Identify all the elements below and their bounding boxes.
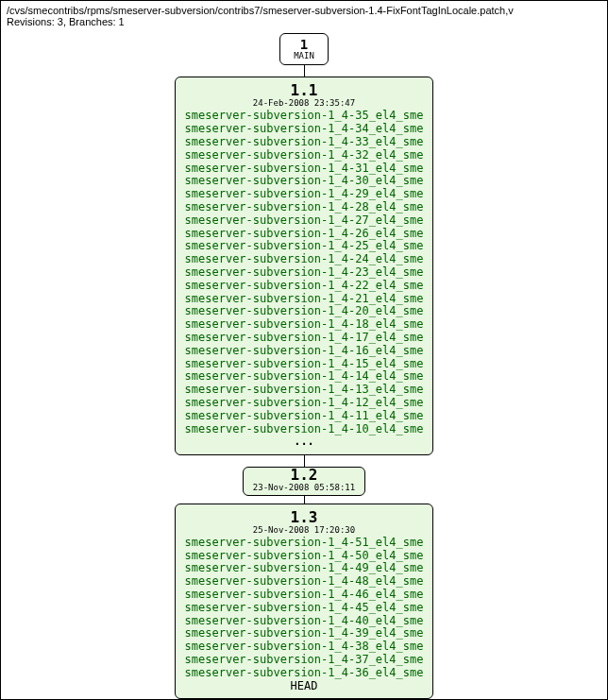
- revision-graph: 1 MAIN 1.1 24-Feb-2008 23:35:47 smeserve…: [1, 29, 607, 699]
- tag-line: smeserver-subversion-1_4-21_el4_sme: [185, 293, 424, 306]
- tag-line: smeserver-subversion-1_4-22_el4_sme: [185, 280, 424, 293]
- connector: [304, 496, 305, 504]
- tag-line: smeserver-subversion-1_4-16_el4_sme: [185, 345, 424, 358]
- tag-line: smeserver-subversion-1_4-15_el4_sme: [185, 358, 424, 371]
- revision-box-1.2[interactable]: 1.2 23-Nov-2008 05:58:11: [243, 467, 365, 495]
- tag-line: smeserver-subversion-1_4-29_el4_sme: [185, 188, 424, 201]
- tag-line: smeserver-subversion-1_4-35_el4_sme: [185, 110, 424, 123]
- tag-line: smeserver-subversion-1_4-12_el4_sme: [185, 397, 424, 410]
- tag-line: smeserver-subversion-1_4-23_el4_sme: [185, 266, 424, 280]
- tag-line: smeserver-subversion-1_4-46_el4_sme: [185, 589, 424, 602]
- tag-line: smeserver-subversion-1_4-10_el4_sme: [185, 423, 424, 436]
- tag-line: smeserver-subversion-1_4-40_el4_sme: [185, 615, 424, 628]
- revisions-summary: Revisions: 3, Branches: 1: [7, 16, 601, 27]
- tag-line: smeserver-subversion-1_4-39_el4_sme: [185, 627, 424, 640]
- repository-path: /cvs/smecontribs/rpms/smeserver-subversi…: [7, 5, 601, 16]
- revision-number: 1.1: [185, 83, 424, 98]
- branch-box-main[interactable]: 1 MAIN: [279, 33, 329, 65]
- page: /cvs/smecontribs/rpms/smeserver-subversi…: [0, 0, 608, 700]
- tag-line: smeserver-subversion-1_4-31_el4_sme: [185, 162, 424, 176]
- tag-line: smeserver-subversion-1_4-20_el4_sme: [185, 305, 424, 318]
- tag-line: smeserver-subversion-1_4-28_el4_sme: [185, 201, 424, 214]
- revision-number: 1.3: [185, 510, 424, 525]
- tag-line: smeserver-subversion-1_4-32_el4_sme: [185, 149, 424, 162]
- tag-line: smeserver-subversion-1_4-50_el4_sme: [185, 550, 424, 563]
- header: /cvs/smecontribs/rpms/smeserver-subversi…: [1, 1, 607, 29]
- tag-line: smeserver-subversion-1_4-49_el4_sme: [185, 562, 424, 575]
- revision-date: 25-Nov-2008 17:20:30: [185, 525, 424, 535]
- revision-date: 24-Feb-2008 23:35:47: [185, 98, 424, 108]
- revision-box-1.3[interactable]: 1.3 25-Nov-2008 17:20:30 smeserver-subve…: [175, 504, 434, 700]
- ellipsis: ...: [185, 435, 424, 449]
- tag-line: smeserver-subversion-1_4-14_el4_sme: [185, 370, 424, 384]
- tag-line: smeserver-subversion-1_4-24_el4_sme: [185, 253, 424, 266]
- tag-line: smeserver-subversion-1_4-30_el4_sme: [185, 175, 424, 188]
- head-label: HEAD: [185, 680, 424, 693]
- tag-line: smeserver-subversion-1_4-13_el4_sme: [185, 384, 424, 397]
- tag-line: smeserver-subversion-1_4-48_el4_sme: [185, 575, 424, 589]
- tag-line: smeserver-subversion-1_4-33_el4_sme: [185, 136, 424, 149]
- branch-number: 1: [294, 38, 314, 52]
- connector: [304, 65, 305, 77]
- tag-line: smeserver-subversion-1_4-11_el4_sme: [185, 410, 424, 423]
- tag-line: smeserver-subversion-1_4-18_el4_sme: [185, 318, 424, 332]
- tag-line: smeserver-subversion-1_4-37_el4_sme: [185, 654, 424, 667]
- revision-date: 23-Nov-2008 05:58:11: [253, 483, 355, 492]
- tag-line: smeserver-subversion-1_4-36_el4_sme: [185, 667, 424, 680]
- tag-line: smeserver-subversion-1_4-34_el4_sme: [185, 123, 424, 136]
- tag-line: smeserver-subversion-1_4-38_el4_sme: [185, 640, 424, 654]
- tag-line: smeserver-subversion-1_4-26_el4_sme: [185, 228, 424, 241]
- branch-name: MAIN: [294, 52, 314, 60]
- tag-line: smeserver-subversion-1_4-45_el4_sme: [185, 602, 424, 615]
- tag-line: smeserver-subversion-1_4-51_el4_sme: [185, 537, 424, 550]
- graph-column: 1 MAIN 1.1 24-Feb-2008 23:35:47 smeserve…: [1, 29, 607, 699]
- tag-line: smeserver-subversion-1_4-25_el4_sme: [185, 240, 424, 253]
- revision-number: 1.2: [253, 468, 355, 483]
- tag-line: smeserver-subversion-1_4-17_el4_sme: [185, 332, 424, 345]
- tag-line: smeserver-subversion-1_4-27_el4_sme: [185, 214, 424, 228]
- revision-box-1.1[interactable]: 1.1 24-Feb-2008 23:35:47 smeserver-subve…: [175, 77, 434, 455]
